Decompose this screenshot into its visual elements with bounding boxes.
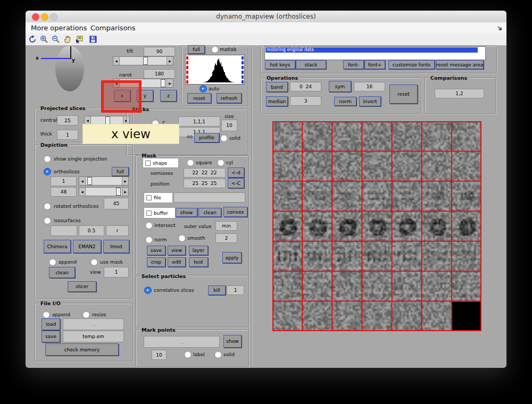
imod-button[interactable]: Imod bbox=[103, 240, 129, 253]
contrast-full-button[interactable]: full bbox=[188, 45, 205, 54]
auto-contrast-radio[interactable] bbox=[200, 85, 207, 92]
tilt-slider[interactable]: ◀▶ bbox=[113, 56, 173, 65]
median-value-field[interactable]: 3 bbox=[290, 96, 321, 106]
save-icon[interactable] bbox=[89, 35, 97, 44]
mask-convex-button[interactable]: convex bbox=[223, 207, 247, 217]
menu-comparisons[interactable]: Comparisons bbox=[90, 24, 136, 32]
menu-detach-icon[interactable] bbox=[497, 26, 502, 31]
position-from-c-button[interactable]: <-C bbox=[228, 178, 244, 188]
semiaxes-from-d-button[interactable]: <-d bbox=[228, 167, 244, 178]
iso-field-1[interactable] bbox=[51, 225, 77, 236]
position-field[interactable]: 25 25 25 bbox=[184, 179, 226, 188]
stack-button[interactable]: stack bbox=[296, 60, 326, 69]
check-memory-button[interactable]: check memory bbox=[45, 343, 119, 356]
rotated-orthoslices-radio[interactable] bbox=[44, 203, 51, 210]
depiction-append-radio[interactable] bbox=[49, 258, 56, 266]
slice-grid-canvas[interactable] bbox=[272, 121, 481, 331]
kill-button[interactable]: kill bbox=[208, 285, 226, 295]
mark-points-label-radio[interactable] bbox=[184, 351, 192, 358]
profile-button[interactable]: profile bbox=[194, 133, 219, 142]
operations-reset-button[interactable]: reset bbox=[389, 85, 418, 104]
isosurfaces-radio[interactable] bbox=[44, 217, 51, 224]
band-button[interactable]: band bbox=[266, 82, 288, 92]
contrast-refresh-button[interactable]: refresh bbox=[217, 93, 242, 103]
mark-points-show-button[interactable]: show bbox=[223, 335, 242, 348]
mask-test-button[interactable]: test bbox=[189, 257, 208, 267]
customize-fonts-button[interactable]: customize fonts bbox=[388, 60, 435, 69]
mark-points-solid-radio[interactable] bbox=[214, 351, 222, 358]
save-button[interactable]: save bbox=[41, 331, 60, 342]
full-range-button[interactable]: full bbox=[112, 167, 129, 176]
tilt-value-field[interactable]: 90 bbox=[144, 47, 175, 56]
mask-file-checkbox[interactable]: file bbox=[144, 192, 173, 203]
view-number-field[interactable]: 1 bbox=[104, 267, 129, 277]
font-plus-button[interactable]: font+ bbox=[364, 60, 385, 69]
load-path-field[interactable]: ... bbox=[63, 318, 124, 330]
invert-button[interactable]: invert bbox=[359, 96, 381, 106]
slice-start-slider[interactable]: ◀▶ bbox=[79, 176, 129, 186]
mask-shape-checkbox[interactable]: shape bbox=[143, 158, 179, 168]
mask-save-button[interactable]: save bbox=[147, 246, 165, 255]
mask-smooth-radio[interactable] bbox=[178, 234, 186, 242]
use-mask-radio[interactable] bbox=[90, 258, 98, 266]
mask-clean-button[interactable]: clean bbox=[198, 208, 221, 217]
show-single-projection-radio[interactable] bbox=[44, 155, 51, 163]
mask-show-button[interactable]: show bbox=[176, 208, 197, 217]
matlab-radio[interactable] bbox=[211, 46, 219, 53]
rotate-3d-icon[interactable] bbox=[28, 35, 37, 44]
message-selected-line[interactable]: restoring original data bbox=[265, 47, 478, 53]
view-z-button[interactable]: z bbox=[160, 90, 177, 102]
zoom-out-icon[interactable] bbox=[52, 35, 60, 44]
mark-points-path-field[interactable]: ... bbox=[144, 336, 220, 348]
file-resize-radio[interactable] bbox=[82, 311, 90, 318]
mark-points-size-field[interactable]: 10 bbox=[152, 350, 167, 360]
sticks-vector1-field[interactable]: 1,1,1 bbox=[178, 116, 220, 127]
file-append-radio[interactable] bbox=[43, 311, 50, 318]
mask-intersect-radio[interactable] bbox=[145, 222, 153, 229]
mask-buffer-checkbox[interactable]: buffer bbox=[144, 207, 176, 218]
slicer-button[interactable]: slicer bbox=[68, 281, 96, 292]
median-button[interactable]: median bbox=[266, 96, 288, 106]
mask-norm-radio[interactable] bbox=[145, 236, 153, 243]
mask-cyl-radio[interactable] bbox=[217, 159, 225, 166]
kill-number-field[interactable]: 1 bbox=[227, 285, 244, 295]
slice-start-field[interactable]: 1 bbox=[51, 176, 77, 186]
eman2-button[interactable]: EMAN2 bbox=[73, 240, 101, 253]
central-value-field[interactable]: 25 bbox=[57, 115, 78, 125]
contrast-reset-button[interactable]: reset bbox=[187, 93, 211, 103]
iso-r-field[interactable]: r bbox=[106, 225, 129, 236]
mask-layer-button[interactable]: layer bbox=[189, 246, 208, 255]
chimera-button[interactable]: Chimera bbox=[44, 240, 71, 253]
iso-threshold-field[interactable]: 0.5 bbox=[79, 225, 104, 236]
reset-message-area-button[interactable]: reset message area bbox=[436, 60, 484, 69]
histogram-canvas[interactable] bbox=[185, 55, 245, 85]
mask-crop-button[interactable]: crop bbox=[147, 257, 165, 267]
save-path-field[interactable]: temp.em bbox=[63, 331, 124, 342]
message-listbox[interactable]: restoring original data bbox=[264, 46, 486, 60]
correlative-slices-radio[interactable] bbox=[144, 287, 152, 294]
zoom-in-icon[interactable] bbox=[40, 35, 48, 44]
smooth-value-field[interactable]: 2 bbox=[215, 233, 237, 243]
band-value-field[interactable]: 0 24 bbox=[290, 82, 321, 91]
mask-apply-button[interactable]: apply bbox=[222, 252, 242, 263]
mask-file-field[interactable] bbox=[173, 192, 245, 203]
menu-more-operations[interactable]: More operations bbox=[31, 24, 87, 32]
hot-keys-button[interactable]: hot keys bbox=[265, 60, 295, 69]
semiaxes-field[interactable]: 22 22 22 bbox=[184, 168, 226, 178]
load-button[interactable]: load bbox=[41, 318, 60, 330]
depiction-clean-button[interactable]: clean bbox=[49, 267, 75, 278]
narot-value-field[interactable]: 180 bbox=[144, 69, 175, 79]
sym-button[interactable]: sym bbox=[329, 81, 351, 92]
sym-value-field[interactable]: 16 bbox=[354, 82, 385, 91]
orthoslices-radio[interactable] bbox=[44, 168, 51, 175]
norm-button[interactable]: norm bbox=[334, 97, 356, 106]
mask-view-button[interactable]: view bbox=[168, 246, 186, 255]
thick-value-field[interactable]: 1 bbox=[57, 130, 78, 140]
rotated-angle-field[interactable]: 45 bbox=[104, 198, 129, 209]
slice-end-field[interactable]: 48 bbox=[51, 187, 77, 197]
outer-value-field[interactable]: min bbox=[215, 221, 237, 231]
slice-end-slider[interactable]: ◀▶ bbox=[79, 187, 129, 196]
mask-edit-button[interactable]: edit bbox=[168, 257, 186, 267]
datatip-icon[interactable] bbox=[75, 35, 84, 44]
mask-square-radio[interactable] bbox=[187, 159, 194, 166]
